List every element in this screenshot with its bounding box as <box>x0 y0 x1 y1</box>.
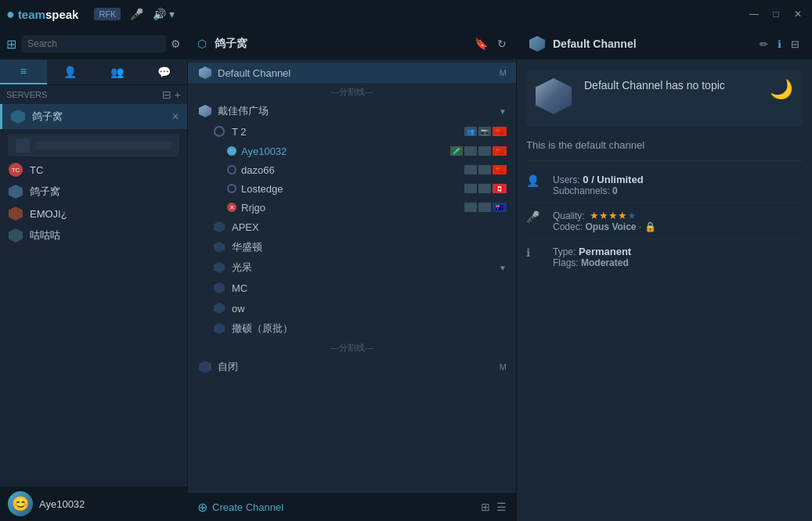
mic-button[interactable]: 🎤 <box>130 8 143 20</box>
sidebar-item-tc[interactable]: TC TC <box>0 159 187 181</box>
servers-label: Servers <box>6 90 159 99</box>
group-collapse-icon[interactable]: ▼ <box>499 107 507 116</box>
flags-value: Moderated <box>581 257 629 268</box>
active-server-item[interactable]: 鸽子窝 ✕ <box>0 104 187 129</box>
channel-icon-t2 <box>211 124 227 139</box>
group-icon-daijiawei <box>197 103 213 119</box>
search-input[interactable] <box>21 35 166 52</box>
channel-zibei[interactable]: 自闭 M <box>188 357 516 377</box>
info-type-row: ℹ Type: Permanent Flags: Moderated <box>526 239 803 275</box>
codec-info: Codec: Opus Voice · 🔒 <box>553 221 803 232</box>
codec-button[interactable]: RFK <box>94 8 121 20</box>
create-channel-icon: ⊕ <box>197 500 208 515</box>
sidebar-item-gugu[interactable]: 咕咕咕 <box>0 225 187 246</box>
user-row-aye10032[interactable]: Aye10032 🧪 🇨🇳 <box>188 142 516 160</box>
users-label: Users: <box>553 174 580 185</box>
edit-icon[interactable]: ✏ <box>760 38 768 50</box>
channel-guangdai[interactable]: 光呆 ▼ <box>188 257 516 278</box>
server-layout-icon[interactable]: ⊟ <box>162 88 171 101</box>
channel-topic: Default Channel has no topic <box>584 78 760 94</box>
type-icon: ℹ <box>526 246 545 259</box>
layout-icon[interactable]: ⊟ <box>791 38 799 50</box>
user-status-rrjgo: ✕ <box>227 203 236 212</box>
user-row-dazo66[interactable]: dazo66 🇨🇳 <box>188 160 516 179</box>
titlebar: ● teamspeak RFK 🎤 🔊 ▾ — □ ✕ <box>0 0 812 28</box>
create-channel-button[interactable]: ⊕ Create Channel <box>197 500 283 515</box>
window-controls: — □ ✕ <box>746 6 806 22</box>
user-status-aye10032 <box>227 146 236 156</box>
speaker-button[interactable]: 🔊 ▾ <box>153 8 175 20</box>
bookmark-icon[interactable]: 🔖 <box>475 38 488 50</box>
quality-icon: 🎤 <box>526 210 545 223</box>
moon-icon: 🌙 <box>770 78 793 100</box>
sidebar-item-emoji[interactable]: EMOJI¿ <box>0 203 187 225</box>
create-channel-label: Create Channel <box>212 501 283 513</box>
default-channel-row[interactable]: Default Channel M <box>188 63 516 83</box>
user-status-dazo66 <box>227 165 236 174</box>
server-label-gezi: 鸽子窝 <box>30 185 179 199</box>
user-row-rrjgo[interactable]: ✕ Rrjgo 🇦🇺 <box>188 198 516 217</box>
channel-icon-guangdai <box>211 260 227 275</box>
info-users-row: 👤 Users: 0 / Unlimited Subchannels: 0 <box>526 167 803 203</box>
channel-header: ⬡ 鸽子窝 🔖 ↻ <box>188 28 516 59</box>
channel-t2-icons: 👥 📷 🇨🇳 <box>464 127 507 136</box>
channel-name-mc: MC <box>232 282 507 294</box>
maximize-button[interactable]: □ <box>768 6 784 22</box>
channel-header-actions: 🔖 ↻ <box>475 38 507 50</box>
grid-icon: ⊞ <box>6 37 16 52</box>
subchannels-info: Subchannels: 0 <box>553 185 803 196</box>
type-label: Type: <box>553 246 576 257</box>
server-blurred-1[interactable] <box>8 135 179 156</box>
sidebar-nav-users[interactable]: 👤 <box>47 59 94 84</box>
server-close-icon[interactable]: ✕ <box>171 111 179 122</box>
channel-panel: ⬡ 鸽子窝 🔖 ↻ Default Channel M ---分割线--- <box>188 28 517 521</box>
server-label-tc: TC <box>30 164 179 176</box>
codec-value: Opus Voice <box>585 221 636 232</box>
channel-icon-mc <box>211 280 227 296</box>
channel-icon-huashengdun <box>211 239 227 255</box>
channel-ow[interactable]: ow <box>188 298 516 318</box>
stars-filled: ★★★★ <box>590 210 627 221</box>
server-add-icon[interactable]: + <box>175 88 181 101</box>
sidebar-nav-chat[interactable]: 💬 <box>140 59 187 84</box>
channel-huashengdun[interactable]: 华盛顿 <box>188 237 516 257</box>
info-content: Default Channel has no topic 🌙 This is t… <box>517 59 812 521</box>
footer-icon-2[interactable]: ☰ <box>496 501 507 513</box>
channel-guangdai-collapse[interactable]: ▼ <box>499 264 507 272</box>
user-dazo66-icons: 🇨🇳 <box>464 165 507 174</box>
close-button[interactable]: ✕ <box>790 6 806 22</box>
footer-right-icons: ⊞ ☰ <box>481 501 507 513</box>
info-header-channel-icon <box>529 36 545 52</box>
quality-stars: ★★★★★ <box>590 210 637 221</box>
logo-icon: ● <box>6 6 15 23</box>
info-header-title: Default Channel <box>553 38 752 50</box>
channel-info-card: Default Channel has no topic 🌙 <box>526 69 803 127</box>
minimize-button[interactable]: — <box>746 6 762 22</box>
user-row-lostedge[interactable]: Lostedge 🇨🇦 <box>188 179 516 198</box>
app-title: teamspeak <box>18 8 79 21</box>
channel-mc[interactable]: MC <box>188 278 516 298</box>
sidebar-top: ⊞ ⚙ <box>0 28 187 59</box>
info-panel: Default Channel ✏ ℹ ⊟ Default Channel ha… <box>517 28 812 521</box>
servers-header: Servers ⊟ + <box>0 85 187 104</box>
sidebar-nav-groups[interactable]: 👥 <box>94 59 141 84</box>
user-status-lostedge <box>227 184 236 193</box>
sidebar-nav-servers[interactable]: ≡ <box>0 59 47 84</box>
info-icon[interactable]: ℹ <box>778 38 781 50</box>
settings-gear-icon[interactable]: ⚙ <box>171 38 181 50</box>
channel-apex[interactable]: APEX <box>188 217 516 237</box>
footer-icon-1[interactable]: ⊞ <box>481 501 490 513</box>
server-list: TC TC 鸽子窝 EMOJI¿ 咕咕咕 <box>0 129 187 250</box>
active-server-label: 鸽子窝 <box>32 110 165 124</box>
channel-t2[interactable]: T 2 👥 📷 🇨🇳 <box>188 121 516 142</box>
channel-header-title: 鸽子窝 <box>215 37 467 51</box>
group-daijiawei[interactable]: 戴佳伟广场 ▼ <box>188 101 516 121</box>
channel-icon-chesuo <box>211 321 227 336</box>
channel-chesuo[interactable]: 撤硕（原批） <box>188 318 516 339</box>
user-lostedge-icons: 🇨🇦 <box>464 184 507 193</box>
sidebar-item-gezi[interactable]: 鸽子窝 <box>0 181 187 203</box>
user-bar: 😊 Aye10032 <box>0 487 187 521</box>
default-channel-badge: M <box>500 68 507 77</box>
refresh-icon[interactable]: ↻ <box>497 38 507 50</box>
server-icon-gezi <box>8 184 23 199</box>
